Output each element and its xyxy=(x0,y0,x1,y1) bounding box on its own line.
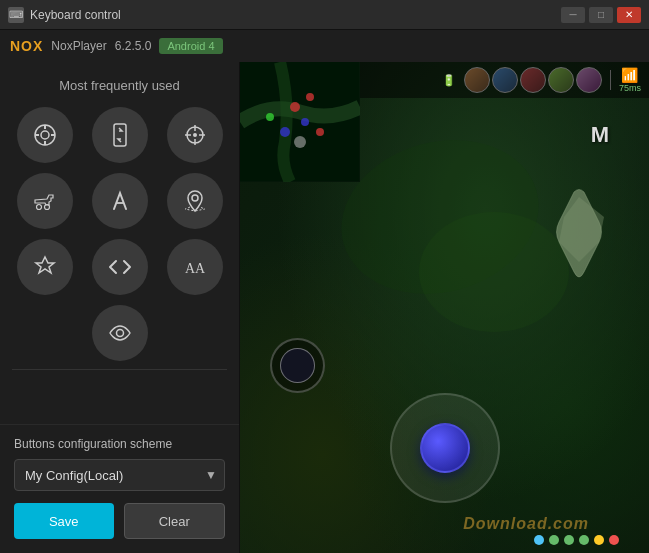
hero-icon-1 xyxy=(464,67,490,93)
bottom-indicator-dots xyxy=(534,535,619,545)
dot-5 xyxy=(594,535,604,545)
special-icon-btn[interactable] xyxy=(17,239,73,295)
character-shape xyxy=(544,182,614,286)
hero-icon-3 xyxy=(520,67,546,93)
svg-point-19 xyxy=(116,330,123,337)
dot-3 xyxy=(564,535,574,545)
dot-1 xyxy=(534,535,544,545)
icons-section: Most frequently used xyxy=(0,62,239,424)
android-badge: Android 4 xyxy=(159,38,222,54)
nox-bar: NOX NoxPlayer 6.2.5.0 Android 4 xyxy=(0,30,649,62)
game-background: 🔋 📶 75ms M xyxy=(240,62,649,553)
config-section: Buttons configuration scheme My Config(L… xyxy=(0,424,239,553)
svg-point-22 xyxy=(306,93,314,101)
titlebar-title: Keyboard control xyxy=(30,8,561,22)
svg-marker-17 xyxy=(36,257,54,273)
svg-point-13 xyxy=(36,205,41,210)
svg-point-21 xyxy=(290,102,300,112)
close-button[interactable]: ✕ xyxy=(617,7,641,23)
ping-value: 75ms xyxy=(619,83,641,93)
main-area: Most frequently used xyxy=(0,62,649,553)
maximize-button[interactable]: □ xyxy=(589,7,613,23)
svg-rect-6 xyxy=(114,124,126,146)
swipe-icon-btn[interactable] xyxy=(92,107,148,163)
titlebar-controls: ─ □ ✕ xyxy=(561,7,641,23)
watermark: Download.com xyxy=(463,515,589,533)
svg-rect-20 xyxy=(240,62,360,182)
left-panel: Most frequently used xyxy=(0,62,240,553)
wifi-icon: 📶 xyxy=(621,67,638,83)
minimize-button[interactable]: ─ xyxy=(561,7,585,23)
titlebar: ⌨ Keyboard control ─ □ ✕ xyxy=(0,0,649,30)
svg-point-1 xyxy=(41,131,49,139)
battery-icon: 🔋 xyxy=(442,74,456,87)
icons-grid: AA xyxy=(12,107,227,295)
divider-hud xyxy=(610,70,611,90)
dot-2 xyxy=(549,535,559,545)
joystick-outer xyxy=(390,393,500,503)
nox-version: 6.2.5.0 xyxy=(115,39,152,53)
joystick-control[interactable] xyxy=(390,393,500,503)
svg-point-12 xyxy=(193,133,197,137)
save-button[interactable]: Save xyxy=(14,503,114,539)
config-scheme-select[interactable]: My Config(Local) Default Custom 1 xyxy=(14,459,225,491)
hero-icons xyxy=(464,67,602,93)
config-label: Buttons configuration scheme xyxy=(14,437,225,451)
svg-point-25 xyxy=(316,128,324,136)
hero-icon-2 xyxy=(492,67,518,93)
circle-emblem-inner xyxy=(280,348,315,383)
select-wrapper: My Config(Local) Default Custom 1 ▼ xyxy=(14,459,225,491)
svg-point-16 xyxy=(192,195,198,201)
game-panel: 🔋 📶 75ms M xyxy=(240,62,649,553)
top-hud: 🔋 📶 75ms xyxy=(360,62,649,98)
hero-icon-5 xyxy=(576,67,602,93)
dot-6 xyxy=(609,535,619,545)
svg-text:AA: AA xyxy=(185,261,206,276)
nox-logo: NOX xyxy=(10,38,43,54)
network-indicator: 📶 75ms xyxy=(619,67,641,93)
skill-a-icon-btn[interactable] xyxy=(92,173,148,229)
code-icon-btn[interactable] xyxy=(92,239,148,295)
svg-point-23 xyxy=(301,118,309,126)
joystick-icon-btn[interactable] xyxy=(17,107,73,163)
m-label: M xyxy=(591,122,609,148)
crosshair-icon-btn[interactable] xyxy=(167,107,223,163)
text-icon-btn[interactable]: AA xyxy=(167,239,223,295)
hero-icon-4 xyxy=(548,67,574,93)
section-title: Most frequently used xyxy=(12,78,227,93)
shoot-icon-btn[interactable] xyxy=(17,173,73,229)
clear-button[interactable]: Clear xyxy=(124,503,226,539)
svg-point-27 xyxy=(294,136,306,148)
divider xyxy=(12,369,227,370)
circle-emblem xyxy=(270,338,325,393)
svg-point-26 xyxy=(266,113,274,121)
dot-4 xyxy=(579,535,589,545)
svg-point-24 xyxy=(280,127,290,137)
nox-app-name: NoxPlayer xyxy=(51,39,106,53)
app-icon: ⌨ xyxy=(8,7,24,23)
waypoint-icon-btn[interactable] xyxy=(167,173,223,229)
action-buttons: Save Clear xyxy=(14,503,225,539)
eye-icon-btn[interactable] xyxy=(92,305,148,361)
joystick-thumb xyxy=(420,423,470,473)
minimap xyxy=(240,62,360,182)
